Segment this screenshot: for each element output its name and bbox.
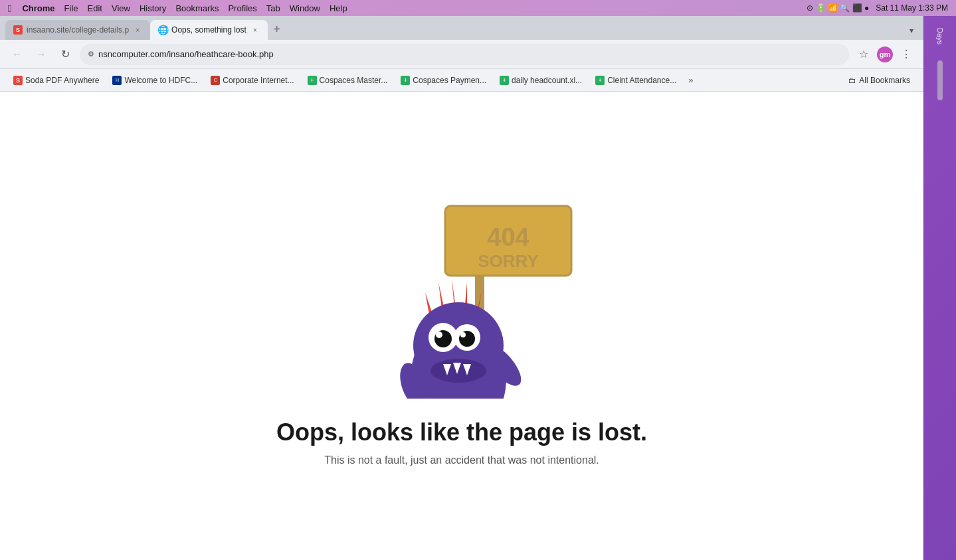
bookmark-soda[interactable]: S Soda PDF Anywhere — [8, 73, 104, 88]
menu-button[interactable]: ⋮ — [897, 45, 915, 64]
days-label: Days — [936, 28, 944, 45]
bookmark-cospaces1-label: Cospaces Master... — [320, 76, 388, 85]
menu-profiles[interactable]: Profiles — [228, 3, 256, 13]
monster-svg: 404 SORRY — [335, 186, 588, 399]
svg-point-17 — [436, 331, 442, 338]
bookmarks-more-button[interactable]: » — [684, 72, 697, 88]
svg-point-19 — [430, 359, 486, 383]
tab-bar: S insaano.site/college-details.p × 🌐 Oop… — [0, 16, 923, 40]
tab-2[interactable]: 🌐 Oops, something lost × — [150, 20, 268, 40]
menu-history[interactable]: History — [140, 3, 166, 13]
bookmark-cospaces1[interactable]: + Cospaces Master... — [302, 73, 393, 88]
macos-menu-bar:  Chrome File Edit View History Bookmark… — [0, 0, 956, 16]
error-subtext: This is not a fault, just an accident th… — [324, 454, 599, 466]
tab-dropdown[interactable]: ▾ — [905, 24, 918, 37]
menu-edit[interactable]: Edit — [88, 3, 102, 13]
apple-logo:  — [8, 3, 11, 14]
tab-1-favicon: S — [13, 25, 23, 35]
all-bookmarks-button[interactable]: 🗀 All Bookmarks — [843, 73, 915, 88]
browser-window: S insaano.site/college-details.p × 🌐 Oop… — [0, 16, 923, 560]
svg-text:SORRY: SORRY — [478, 251, 539, 271]
bookmark-star-button[interactable]: ☆ — [854, 45, 873, 64]
svg-text:404: 404 — [487, 223, 529, 251]
nav-bar: ← → ↻ ⚙ nsncomputer.com/insano/heathcare… — [0, 40, 923, 69]
tab-1[interactable]: S insaano.site/college-details.p × — [5, 20, 150, 40]
bookmark-attendance[interactable]: + Cleint Attendance... — [590, 73, 682, 88]
menu-view[interactable]: View — [112, 3, 130, 13]
profile-avatar[interactable]: gm — [877, 47, 893, 62]
menu-help[interactable]: Help — [330, 3, 347, 13]
bookmark-soda-label: Soda PDF Anywhere — [25, 76, 99, 85]
bookmarks-folder-icon: 🗀 — [848, 76, 856, 85]
menu-chrome[interactable]: Chrome — [22, 3, 54, 13]
bookmark-attendance-favicon: + — [595, 76, 605, 85]
menu-tab[interactable]: Tab — [266, 3, 280, 13]
bookmark-headcount-label: daily headcount.xl... — [512, 76, 582, 85]
url-text: nsncomputer.com/insano/heathcare-book.ph… — [98, 49, 841, 59]
bookmark-corp-label: Corporate Internet... — [223, 76, 294, 85]
new-tab-button[interactable]: + — [268, 20, 286, 39]
refresh-button[interactable]: ↻ — [56, 45, 74, 64]
bookmark-headcount-favicon: + — [500, 76, 509, 85]
menu-window[interactable]: Window — [290, 3, 320, 13]
bookmark-headcount[interactable]: + daily headcount.xl... — [494, 73, 587, 88]
error-illustration: 404 SORRY — [335, 186, 588, 399]
tab-2-favicon: 🌐 — [158, 25, 167, 35]
bookmark-hdfc-label: Welcome to HDFC... — [124, 76, 197, 85]
error-heading: Oops, looks like the page is lost. — [276, 419, 647, 446]
bookmark-cospaces1-favicon: + — [308, 76, 317, 85]
menu-bookmarks[interactable]: Bookmarks — [175, 3, 219, 13]
bookmark-soda-favicon: S — [13, 76, 23, 85]
clock: Sat 11 May 1:33 PM — [876, 3, 948, 13]
tab-1-close[interactable]: × — [133, 25, 142, 35]
bookmark-hdfc-favicon: H — [112, 76, 122, 85]
svg-point-18 — [460, 332, 466, 337]
bookmark-attendance-label: Cleint Attendance... — [607, 76, 676, 85]
bookmark-hdfc[interactable]: H Welcome to HDFC... — [107, 73, 203, 88]
bookmark-cospaces2-favicon: + — [401, 76, 410, 85]
tab-1-label: insaano.site/college-details.p — [27, 25, 129, 35]
forward-button[interactable]: → — [32, 45, 50, 64]
url-bar[interactable]: ⚙ nsncomputer.com/insano/heathcare-book.… — [80, 44, 849, 65]
menu-file[interactable]: File — [64, 3, 78, 13]
right-panel: Days — [924, 16, 956, 560]
bookmark-corp-favicon: C — [211, 76, 220, 85]
bookmarks-bar: S Soda PDF Anywhere H Welcome to HDFC...… — [0, 69, 923, 92]
bookmark-cospaces2-label: Cospaces Paymen... — [413, 76, 486, 85]
tab-2-close[interactable]: × — [250, 25, 260, 35]
tab-2-label: Oops, something lost — [171, 25, 246, 35]
nav-right-controls: ☆ gm ⋮ — [854, 45, 915, 64]
lock-icon: ⚙ — [88, 50, 94, 58]
back-button[interactable]: ← — [8, 45, 27, 64]
bookmark-corp[interactable]: C Corporate Internet... — [205, 73, 299, 88]
menubar-right: ⊙ 🔋 📶 🔍 ⬛ ● Sat 11 May 1:33 PM — [807, 3, 948, 13]
menu-status-icons: ⊙ 🔋 📶 🔍 ⬛ ● — [807, 3, 869, 13]
page-content: 404 SORRY — [0, 92, 923, 560]
bookmark-cospaces2[interactable]: + Cospaces Paymen... — [395, 73, 492, 88]
scrollbar-thumb[interactable] — [937, 60, 943, 100]
all-bookmarks-label: All Bookmarks — [859, 76, 910, 85]
